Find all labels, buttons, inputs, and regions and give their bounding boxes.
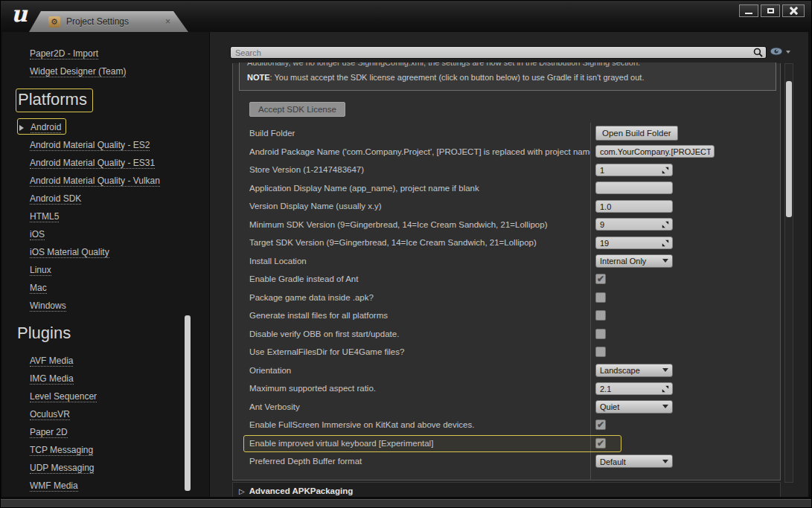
sidebar-scrollbar-thumb[interactable] xyxy=(185,315,191,491)
drag-spinner-icon[interactable] xyxy=(662,239,669,247)
sidebar-item-windows[interactable]: Windows xyxy=(17,296,71,314)
sidebar-item-label: Linux xyxy=(30,265,51,276)
setting-label: Ant Verbosity xyxy=(249,402,590,411)
sidebar-item-android-material-quality-vulkan[interactable]: Android Material Quality - Vulkan xyxy=(17,171,164,189)
unreal-engine-logo-icon: u xyxy=(7,1,32,28)
drag-spinner-icon[interactable] xyxy=(662,221,669,228)
open-build-folder-button[interactable]: Open Build Folder xyxy=(595,126,678,141)
apk-packaging-panel: Additionally, we no longer use SigningCo… xyxy=(232,63,781,480)
sidebar-item-avf-media[interactable]: AVF Media xyxy=(17,351,77,369)
sidebar-item-mac[interactable]: Mac xyxy=(17,278,51,296)
checkbox[interactable] xyxy=(595,310,606,321)
settings-row: Generate install files for all platforms xyxy=(233,306,781,325)
checkbox[interactable]: ✔ xyxy=(595,438,606,448)
spin-box[interactable]: 9 xyxy=(595,218,673,231)
accept-sdk-license-button[interactable]: Accept SDK License xyxy=(249,102,345,117)
panel-scrollbar-track[interactable] xyxy=(784,63,793,483)
sidebar-item-widget-designer-team-[interactable]: Widget Designer (Team) xyxy=(17,62,130,80)
maximize-button[interactable] xyxy=(761,4,780,17)
settings-row: Android Package Name ('com.Company.Proje… xyxy=(233,143,781,161)
sidebar-item-oculusvr[interactable]: OculusVR xyxy=(17,405,74,422)
chevron-down-icon xyxy=(662,460,668,463)
sidebar-item-label: Android Material Quality - ES2 xyxy=(30,140,150,151)
window-controls xyxy=(739,4,805,17)
dropdown-landscape[interactable]: Landscape xyxy=(595,364,673,377)
sidebar-item-android[interactable]: Android xyxy=(17,118,66,135)
settings-row: Preferred Depth Buffer formatDefault xyxy=(233,452,781,471)
close-button[interactable] xyxy=(782,4,805,17)
spin-box[interactable]: 1 xyxy=(595,164,673,176)
search-box xyxy=(230,46,767,59)
clipped-note-line: Additionally, we no longer use SigningCo… xyxy=(240,62,776,68)
tab-project-settings[interactable]: ⚙ Project Settings × xyxy=(29,11,188,32)
project-settings-window: u ⚙ Project Settings × Paper2D - ImportW… xyxy=(0,0,812,508)
view-options-button[interactable] xyxy=(770,47,790,56)
checkbox[interactable] xyxy=(595,292,606,303)
checkbox[interactable] xyxy=(595,347,606,357)
checkbox[interactable]: ✔ xyxy=(595,274,606,284)
sidebar-item-android-material-quality-es2[interactable]: Android Material Quality - ES2 xyxy=(17,135,154,153)
sidebar-item-img-media[interactable]: IMG Media xyxy=(17,369,78,387)
settings-row: Minimum SDK Version (9=Gingerbread, 14=I… xyxy=(233,216,781,234)
setting-label: Android Package Name ('com.Company.Proje… xyxy=(249,147,590,156)
dropdown-value: Quiet xyxy=(600,402,662,411)
tab-close-icon[interactable]: × xyxy=(165,17,170,26)
setting-label: Install Location xyxy=(249,257,590,266)
setting-label: Preferred Depth Buffer format xyxy=(249,457,590,466)
drag-spinner-icon[interactable] xyxy=(662,385,669,393)
sidebar-item-linux[interactable]: Linux xyxy=(17,260,56,278)
sidebar-item-ios[interactable]: iOS xyxy=(17,225,49,242)
field-value: 1.0 xyxy=(600,202,669,211)
setting-label: Store Version (1-2147483647) xyxy=(249,165,590,174)
sidebar-item-label: TCP Messaging xyxy=(30,445,93,456)
sidebar-item-label: Android Material Quality - ES31 xyxy=(30,158,155,169)
setting-label: Disable verify OBB on first start/update… xyxy=(249,329,590,338)
sidebar-item-label: IMG Media xyxy=(30,373,74,385)
sidebar-item-wmf-media[interactable]: WMF Media xyxy=(17,476,83,494)
sidebar-item-tcp-messaging[interactable]: TCP Messaging xyxy=(17,440,97,458)
sidebar-item-label: Windows xyxy=(30,300,66,312)
settings-row: Application Display Name (app_name), pro… xyxy=(233,179,781,198)
dropdown-value: Internal Only xyxy=(600,256,662,266)
sdk-license-note: NOTE: You must accept the SDK license ag… xyxy=(240,68,776,82)
minimize-button[interactable] xyxy=(739,4,758,17)
eye-icon xyxy=(770,47,783,56)
setting-label: Build Folder xyxy=(249,129,590,138)
sidebar-item-label: Android SDK xyxy=(30,193,81,205)
sidebar-item-label: Paper 2D xyxy=(30,427,68,438)
sidebar-item-paper2d-import[interactable]: Paper2D - Import xyxy=(17,44,103,62)
dropdown-value: Landscape xyxy=(600,365,662,375)
dropdown-quiet[interactable]: Quiet xyxy=(595,400,673,414)
checkbox[interactable]: ✔ xyxy=(595,419,606,430)
text-field[interactable]: com.YourCompany.[PROJECT] xyxy=(595,145,715,158)
setting-label: Minimum SDK Version (9=Gingerbread, 14=I… xyxy=(249,220,590,229)
panel-scrollbar-thumb[interactable] xyxy=(786,81,792,217)
settings-row: OrientationLandscape xyxy=(233,361,781,380)
dropdown-default[interactable]: Default xyxy=(595,454,673,468)
sidebar-item-ios-material-quality[interactable]: iOS Material Quality xyxy=(17,242,114,260)
title-bar: u ⚙ Project Settings × xyxy=(1,1,812,32)
sidebar-item-paper-2d[interactable]: Paper 2D xyxy=(17,422,72,440)
sidebar-item-label: iOS xyxy=(30,229,45,240)
text-field[interactable] xyxy=(595,181,673,194)
drag-spinner-icon[interactable] xyxy=(662,167,669,174)
sidebar-item-udp-messaging[interactable]: UDP Messaging xyxy=(17,458,98,476)
settings-rows: Build FolderOpen Build FolderAndroid Pac… xyxy=(233,124,781,471)
sidebar-item-android-sdk[interactable]: Android SDK xyxy=(17,189,86,207)
sidebar-item-label: Paper2D - Import xyxy=(30,48,98,60)
setting-label: Orientation xyxy=(249,366,590,375)
dropdown-internal-only[interactable]: Internal Only xyxy=(595,254,673,268)
setting-label: Generate install files for all platforms xyxy=(249,311,590,320)
sidebar-item-android-material-quality-es31[interactable]: Android Material Quality - ES31 xyxy=(17,153,159,171)
sidebar-item-level-sequencer[interactable]: Level Sequencer xyxy=(17,387,101,405)
search-input[interactable] xyxy=(231,48,753,57)
sdk-note-box: Additionally, we no longer use SigningCo… xyxy=(239,62,776,91)
setting-label: Enable improved virtual keyboard [Experi… xyxy=(249,439,590,448)
spin-box[interactable]: 2.1 xyxy=(595,382,673,395)
setting-label: Application Display Name (app_name), pro… xyxy=(249,184,590,193)
checkbox[interactable] xyxy=(595,329,606,339)
sidebar-list: Paper2D - ImportWidget Designer (Team)Pl… xyxy=(2,32,209,494)
spin-box[interactable]: 19 xyxy=(595,237,673,249)
sidebar-item-html5[interactable]: HTML5 xyxy=(17,207,63,225)
text-field[interactable]: 1.0 xyxy=(595,200,673,213)
